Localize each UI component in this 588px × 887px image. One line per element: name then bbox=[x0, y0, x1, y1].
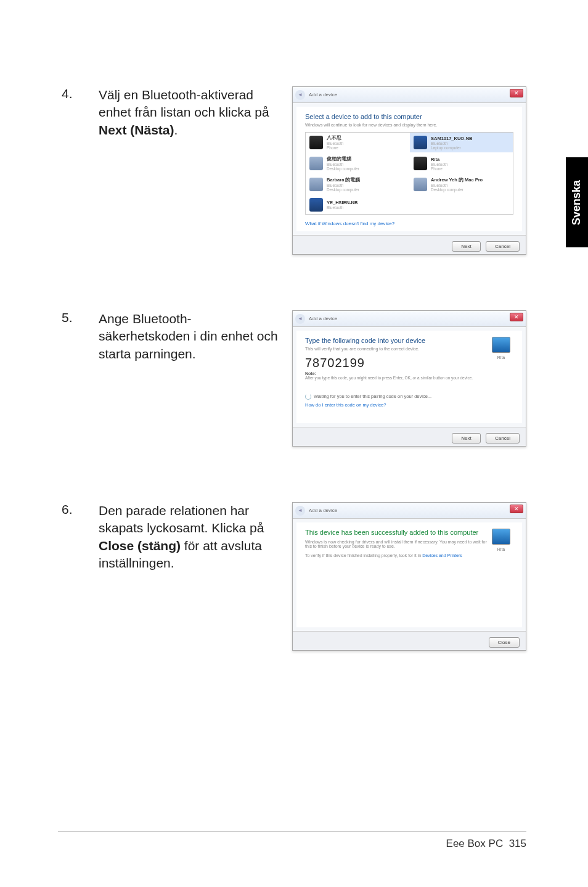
device-item[interactable]: Barbara 的電腦BluetoothDesktop computer bbox=[306, 175, 409, 194]
dialog-paragraph: To verify if this device finished instal… bbox=[305, 553, 513, 558]
dialog-enter-code: ◄ Add a device ✕ Rita Type the following… bbox=[292, 310, 526, 447]
next-button[interactable]: Next bbox=[452, 433, 480, 444]
step-5: 5. Ange Bluetooth-säkerhetskoden i din e… bbox=[62, 310, 526, 447]
spinner-icon bbox=[305, 394, 311, 400]
back-icon[interactable]: ◄ bbox=[295, 90, 305, 100]
dialog-paragraph: Windows is now checking for drivers and … bbox=[305, 540, 513, 548]
dialog-titlebar: ◄ Add a device ✕ bbox=[293, 503, 526, 519]
device-item[interactable]: YE_HSIEN-NBBluetooth bbox=[306, 196, 409, 214]
device-preview: Rita bbox=[489, 337, 513, 360]
dialog-titlebar: ◄ Add a device ✕ bbox=[293, 311, 526, 327]
step-text: Välj en Bluetooth-aktiverad enhet från l… bbox=[99, 86, 282, 139]
help-link[interactable]: How do I enter this code on my device? bbox=[305, 402, 513, 408]
step-6: 6. Den parade relationen har skapats lyc… bbox=[62, 502, 526, 651]
dialog-title: Add a device bbox=[309, 316, 337, 321]
phone-icon bbox=[414, 157, 427, 170]
cancel-button[interactable]: Cancel bbox=[486, 433, 520, 444]
step-number: 6. bbox=[62, 502, 99, 517]
device-item[interactable]: Andrew Yeh 的 Mac ProBluetoothDesktop com… bbox=[410, 175, 513, 194]
close-button[interactable]: Close bbox=[489, 637, 520, 648]
dialog-subtext: Windows will continue to look for new de… bbox=[305, 123, 513, 127]
back-icon[interactable]: ◄ bbox=[295, 506, 305, 516]
dialog-heading: This device has been successfully added … bbox=[305, 529, 513, 536]
phone-icon bbox=[309, 136, 323, 149]
dialog-heading: Type the following code into your device bbox=[305, 337, 513, 344]
close-icon[interactable]: ✕ bbox=[510, 313, 523, 321]
dialog-subtext: This will verify that you are connecting… bbox=[305, 347, 513, 351]
device-list: 八不忍BluetoothPhone SAM1017_KUO-NBBluetoot… bbox=[305, 132, 513, 215]
laptop-icon bbox=[414, 136, 427, 149]
computer-icon bbox=[492, 337, 510, 353]
language-tab: Svenska bbox=[566, 157, 588, 247]
step-4: 4. Välj en Bluetooth-aktiverad enhet frå… bbox=[62, 86, 526, 255]
page-footer: Eee Box PC 315 bbox=[446, 838, 526, 850]
computer-icon bbox=[492, 529, 510, 545]
devices-printers-link[interactable]: Devices and Printers bbox=[422, 553, 462, 558]
help-link[interactable]: What if Windows doesn't find my device? bbox=[305, 221, 513, 226]
step-number: 4. bbox=[62, 86, 99, 101]
close-icon[interactable]: ✕ bbox=[510, 505, 523, 513]
step-number: 5. bbox=[62, 310, 99, 325]
dialog-titlebar: ◄ Add a device ✕ bbox=[293, 87, 526, 103]
device-item[interactable]: RitaBluetoothPhone bbox=[410, 154, 513, 173]
page-content: 4. Välj en Bluetooth-aktiverad enhet frå… bbox=[0, 0, 588, 651]
dialog-select-device: ◄ Add a device ✕ Select a device to add … bbox=[292, 86, 526, 255]
pairing-code: 78702199 bbox=[305, 356, 513, 370]
step-text: Den parade relationen har skapats lyckos… bbox=[99, 502, 282, 572]
dialog-title: Add a device bbox=[309, 508, 337, 513]
next-button[interactable]: Next bbox=[452, 241, 480, 252]
device-item[interactable]: 八不忍BluetoothPhone bbox=[306, 133, 409, 152]
desktop-icon bbox=[309, 157, 323, 170]
desktop-icon bbox=[414, 178, 427, 191]
dialog-heading: Select a device to add to this computer bbox=[305, 113, 513, 120]
close-icon[interactable]: ✕ bbox=[510, 89, 523, 97]
waiting-text: Waiting for you to enter this pairing co… bbox=[305, 394, 513, 400]
note-label: Note: bbox=[305, 371, 513, 376]
desktop-icon bbox=[309, 178, 323, 191]
cancel-button[interactable]: Cancel bbox=[486, 241, 520, 252]
dialog-success: ◄ Add a device ✕ Rita This device has be… bbox=[292, 502, 526, 651]
note-text: After you type this code, you might need… bbox=[305, 376, 513, 380]
dialog-title: Add a device bbox=[309, 92, 337, 97]
laptop-icon bbox=[309, 198, 323, 212]
device-item[interactable]: 俊柏的電腦BluetoothDesktop computer bbox=[306, 154, 409, 173]
device-item[interactable]: SAM1017_KUO-NBBluetoothLaptop computer bbox=[410, 133, 513, 152]
device-preview: Rita bbox=[489, 529, 513, 551]
back-icon[interactable]: ◄ bbox=[295, 314, 305, 324]
step-text: Ange Bluetooth-säkerhetskoden i din enhe… bbox=[99, 310, 282, 363]
